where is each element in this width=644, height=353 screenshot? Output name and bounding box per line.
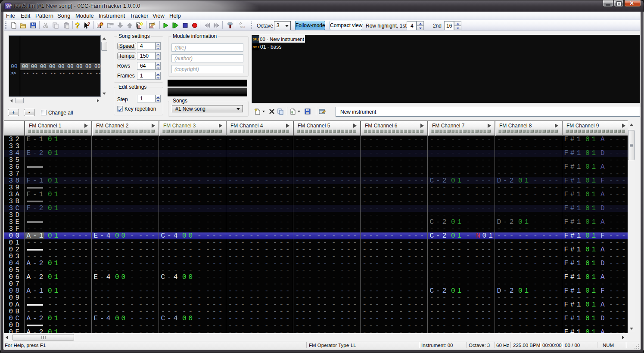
svg-text:?: ? [87, 22, 90, 27]
svg-text:NSF: NSF [240, 25, 245, 28]
svg-text:?: ? [75, 22, 80, 29]
